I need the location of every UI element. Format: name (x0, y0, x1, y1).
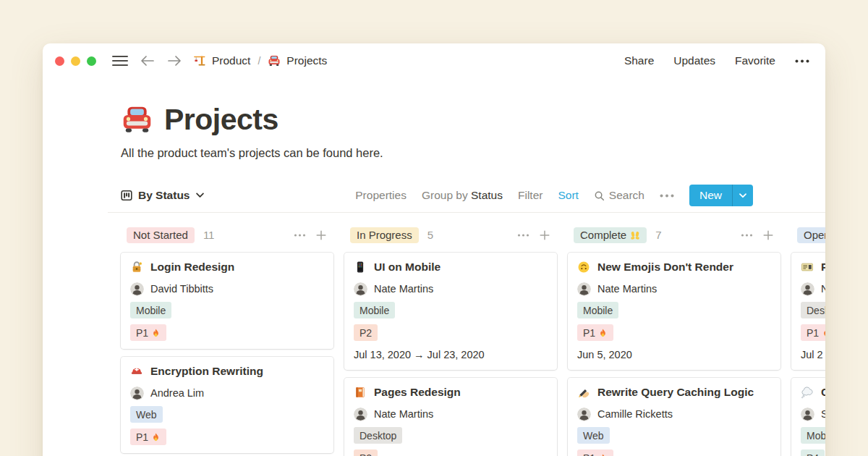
car-icon (268, 54, 281, 67)
card[interactable]: Pages RedesignNate MartinsDesktopP2 (344, 378, 557, 456)
column-status-label: Complete (580, 229, 626, 241)
column-more-icon[interactable] (516, 234, 530, 237)
view-switcher-label: By Status (138, 189, 190, 202)
card-person: Andrea Lim (130, 387, 324, 400)
share-button[interactable]: Share (624, 54, 654, 67)
tag-mobile: Mobile (801, 427, 825, 444)
breadcrumb-item-product[interactable]: Product (193, 54, 250, 67)
card-title: Encryption Rewriting (150, 364, 263, 379)
writing-hand-icon (577, 386, 590, 399)
search-button[interactable]: Search (594, 189, 644, 202)
card-title: New Emojis Don't Render (597, 260, 733, 274)
page-header: Projects All the product team's projects… (121, 103, 825, 160)
column-count: 7 (655, 229, 661, 241)
kanban-board: Not Started11Login RedesignDavid Tibbitt… (121, 227, 825, 456)
updates-button[interactable]: Updates (673, 54, 715, 67)
card-date: Jul 13, 2020 → Jul 23, 2020 (354, 348, 548, 362)
avatar (801, 282, 814, 296)
forward-arrow-icon[interactable] (167, 55, 182, 67)
avatar (130, 387, 144, 400)
avatar (354, 282, 367, 296)
minimize-window-button[interactable] (71, 56, 80, 66)
card-tag-row: Mobile (801, 427, 825, 444)
avatar (130, 282, 144, 296)
titlebar-more-icon[interactable] (795, 59, 809, 63)
card-title-row: New Emojis Don't Render (577, 260, 771, 274)
tag-mobile: Mobile (354, 302, 395, 318)
breadcrumb-item-projects[interactable]: Projects (268, 54, 327, 67)
avatar (354, 408, 367, 421)
tag-label: P1 (136, 430, 148, 444)
new-button[interactable]: New (689, 185, 753, 206)
tag-p1: P1 (577, 449, 613, 456)
column-header: Complete7 (568, 227, 780, 243)
zoom-window-button[interactable] (87, 56, 96, 66)
properties-button[interactable]: Properties (355, 189, 407, 202)
column-add-card-icon[interactable] (540, 230, 550, 240)
card-tag-row: Mobile (130, 302, 324, 318)
card[interactable]: CSMobileP4 (791, 378, 825, 456)
card[interactable]: Rewrite Query Caching LogicCamille Ricke… (568, 378, 780, 456)
card-tag-row: P2 (354, 449, 548, 456)
card[interactable]: New Emojis Don't RenderNate MartinsMobil… (568, 253, 780, 370)
person-name: Nate Martins (374, 408, 433, 421)
column-more-icon[interactable] (740, 234, 754, 237)
card-person: Nate Martins (354, 282, 548, 296)
column-add-card-icon[interactable] (763, 230, 773, 240)
sort-button[interactable]: Sort (558, 189, 578, 202)
fire-icon (598, 328, 608, 338)
tag-label: Mobile (359, 303, 389, 318)
tag-desktop: Desktop (354, 427, 402, 444)
filter-button[interactable]: Filter (518, 189, 542, 202)
new-button-label: New (689, 185, 732, 206)
tag-web: Web (130, 406, 163, 423)
column-status-badge: Open (797, 227, 825, 243)
new-button-dropdown[interactable] (732, 185, 753, 206)
tag-label: P1 (583, 326, 595, 340)
card-person: N (801, 282, 825, 296)
lock-icon (130, 261, 143, 274)
card[interactable]: Login RedesignDavid TibbittsMobileP1 (121, 253, 333, 349)
board-column-2: Complete7New Emojis Don't RenderNate Mar… (568, 227, 780, 456)
column-more-icon[interactable] (293, 234, 307, 237)
column-add-card-icon[interactable] (316, 230, 326, 240)
notion-window: Product/Projects ShareUpdatesFavorite Pr… (43, 43, 825, 456)
card-tag-row: Web (577, 427, 771, 444)
card-title: C (821, 385, 825, 400)
tag-label: P2 (359, 451, 372, 456)
avatar (577, 282, 591, 296)
back-arrow-icon[interactable] (140, 55, 155, 67)
card[interactable]: Encryption RewritingAndrea LimWebP1 (121, 357, 333, 453)
page-background: { "palette": { "accent_blue": "#2CA9DC",… (0, 0, 868, 456)
tag-web: Web (577, 427, 610, 444)
card[interactable]: UI on MobileNate MartinsMobileP2Jul 13, … (344, 253, 557, 370)
column-header: Not Started11 (121, 227, 333, 243)
view-switcher[interactable]: By Status (121, 189, 204, 202)
person-name: Andrea Lim (150, 387, 204, 400)
card[interactable]: PNDesktopP1Jul 2 (791, 253, 825, 370)
card-person: Nate Martins (577, 282, 771, 296)
card-tag-row: Desktop (354, 427, 548, 444)
card-tag-row: Mobile (354, 302, 548, 318)
card-tag-row: P1 (801, 324, 825, 341)
thought-balloon-icon (801, 386, 814, 399)
breadcrumb-label: Projects (286, 54, 327, 67)
breadcrumb: Product/Projects (193, 54, 327, 67)
column-status-badge: Complete (574, 227, 647, 243)
card-tag-row: P1 (130, 428, 324, 445)
column-status-label: Open (804, 229, 825, 241)
raised-hands-icon (630, 230, 640, 240)
tag-label: P1 (807, 326, 819, 340)
sidebar-menu-icon[interactable] (112, 56, 128, 67)
person-name: Nate Martins (374, 282, 433, 296)
tag-p4: P4 (801, 449, 825, 456)
card-date: Jul 2 (801, 348, 825, 362)
card-title-row: C (801, 385, 825, 400)
card-person: David Tibbitts (130, 282, 324, 296)
close-window-button[interactable] (55, 56, 64, 66)
favorite-button[interactable]: Favorite (735, 54, 775, 67)
toolbar-more-icon[interactable] (660, 194, 674, 198)
group-by-button[interactable]: Group by Status (422, 189, 503, 202)
column-header-icons (740, 230, 773, 240)
card-title: P (821, 260, 825, 274)
